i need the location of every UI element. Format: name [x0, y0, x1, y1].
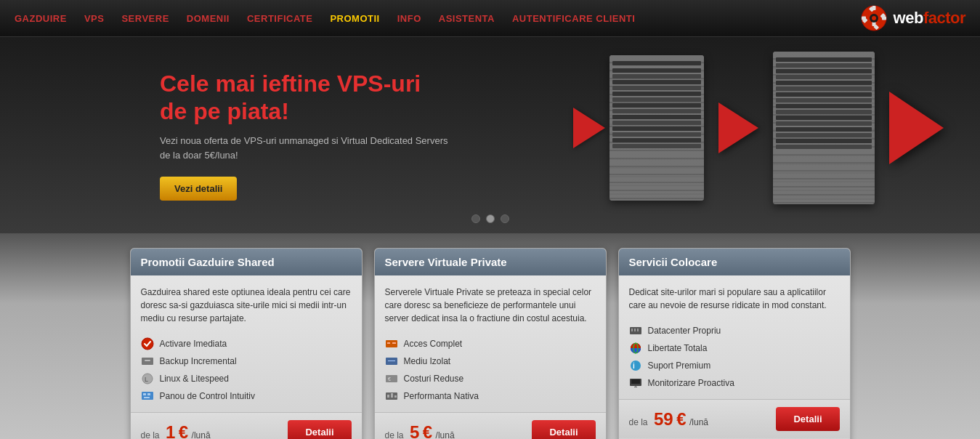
card-colocare-button[interactable]: Detalii: [776, 407, 839, 431]
card-vps-body: Serverele Virtuale Private se preteaza i…: [375, 275, 606, 335]
nav-autentificare[interactable]: AUTENTIFICARE CLIENTI: [512, 13, 635, 24]
hero-image: [610, 52, 944, 204]
currency: €: [676, 409, 686, 429]
suport-icon: i: [629, 359, 642, 372]
nav-info[interactable]: INFO: [397, 13, 421, 24]
currency: €: [179, 422, 188, 440]
svg-text:€: €: [388, 376, 391, 382]
arrow-center-icon: [718, 102, 758, 153]
dot-3[interactable]: [501, 214, 509, 223]
nav-domenii[interactable]: DOMENII: [187, 13, 230, 24]
nav-gazduire[interactable]: GAZDUIRE: [15, 13, 67, 24]
feature-label: Panou de Control Intuitiv: [160, 391, 255, 401]
list-item: Acces Complet: [385, 335, 596, 353]
price-amount: 1: [166, 422, 175, 440]
list-item: Datacenter Propriu: [629, 322, 840, 339]
feature-label: Mediu Izolat: [404, 356, 451, 366]
perf-icon: [385, 390, 398, 403]
arrow-right-icon: [889, 92, 944, 164]
hero-pagination: [471, 214, 509, 223]
svg-point-12: [142, 338, 153, 350]
price-amount: 59: [654, 409, 673, 429]
linux-icon: L: [141, 372, 154, 385]
svg-rect-31: [394, 395, 397, 398]
arrow-left-icon: [573, 108, 605, 148]
feature-label: Backup Incremental: [160, 356, 237, 366]
svg-rect-34: [634, 329, 636, 331]
activate-icon: [141, 337, 154, 350]
hero-cta-button[interactable]: Vezi detalii: [160, 177, 237, 201]
card-shared-header: Promotii Gazduire Shared: [131, 249, 362, 275]
svg-rect-14: [145, 360, 150, 361]
access-icon: [385, 337, 398, 350]
card-vps-button[interactable]: Detalii: [532, 420, 595, 439]
list-item: Backup Incremental: [141, 353, 352, 370]
nav-asistenta[interactable]: ASISTENTA: [439, 13, 495, 24]
svg-text:i: i: [633, 362, 635, 370]
cards-section: Promotii Gazduire Shared Gazduirea share…: [0, 233, 980, 439]
server-rack-right: [773, 52, 875, 204]
backup-icon: [141, 355, 154, 368]
card-colocare: Servicii Colocare Dedicat site-urilor ma…: [618, 248, 851, 439]
dot-1[interactable]: [471, 214, 480, 223]
feature-label: Acces Complet: [404, 339, 463, 349]
logo-icon: [860, 4, 888, 32]
svg-rect-30: [391, 393, 393, 398]
svg-rect-25: [388, 361, 395, 361]
nav-links: GAZDUIRE VPS SERVERE DOMENII CERTIFICATE…: [15, 13, 635, 24]
card-colocare-body: Dedicat site-urilor mari si populare sau…: [619, 275, 850, 322]
price-container: de la 59 € /lună: [629, 409, 708, 430]
costuri-icon: €: [385, 372, 398, 385]
panel-icon: [141, 390, 154, 403]
hero-section: Cele mai ieftine VPS-uri de pe piata! Ve…: [0, 37, 980, 233]
list-item: Monitorizare Proactiva: [629, 374, 840, 392]
monitor-icon: [629, 376, 642, 390]
logo: webfactor: [860, 4, 965, 32]
feature-label: Libertate Totala: [648, 343, 708, 353]
card-shared: Promotii Gazduire Shared Gazduirea share…: [130, 248, 363, 439]
price-de-la: de la: [629, 417, 648, 427]
hero-title: Cele mai ieftine VPS-uri de pe piata!: [160, 70, 450, 126]
card-shared-body: Gazduirea shared este optiunea ideala pe…: [131, 275, 362, 335]
card-vps-features: Acces Complet Mediu Izolat € Costuri Red…: [375, 335, 606, 412]
list-item: L Linux & Litespeed: [141, 370, 352, 387]
price-unit: /lună: [192, 430, 211, 440]
card-shared-features: Activare Imediata Backup Incremental L L…: [131, 335, 362, 412]
logo-text: webfactor: [894, 9, 965, 28]
list-item: Mediu Izolat: [385, 353, 596, 370]
svg-point-11: [872, 16, 876, 20]
dot-2[interactable]: [486, 214, 495, 223]
price-de-la: de la: [141, 430, 160, 440]
feature-label: Costuri Reduse: [404, 374, 464, 384]
svg-rect-41: [631, 379, 640, 384]
svg-rect-19: [147, 393, 150, 395]
list-item: Libertate Totala: [629, 339, 840, 357]
list-item: € Costuri Reduse: [385, 370, 596, 387]
list-item: Panou de Control Intuitiv: [141, 387, 352, 405]
price-amount: 5: [410, 422, 419, 440]
nav-servere[interactable]: SERVERE: [121, 13, 169, 24]
nav-certificate[interactable]: CERTIFICATE: [247, 13, 312, 24]
feature-label: Monitorizare Proactiva: [648, 378, 734, 388]
feature-label: Activare Imediata: [160, 339, 227, 349]
svg-text:L: L: [145, 376, 148, 383]
card-colocare-header: Servicii Colocare: [619, 249, 850, 275]
svg-rect-29: [387, 395, 389, 398]
server-rack-left: [610, 55, 704, 201]
nav-vps[interactable]: VPS: [84, 13, 105, 24]
list-item: Activare Imediata: [141, 335, 352, 353]
nav-promotii[interactable]: PROMOTII: [330, 13, 379, 24]
price-unit: /lună: [689, 417, 708, 427]
svg-rect-33: [631, 329, 633, 331]
card-shared-button[interactable]: Detalii: [288, 420, 351, 439]
price-de-la: de la: [385, 430, 404, 440]
card-shared-footer: de la 1 € /lună Detalii: [131, 412, 362, 439]
hero-content: Cele mai ieftine VPS-uri de pe piata! Ve…: [160, 70, 450, 201]
svg-rect-23: [392, 342, 396, 344]
svg-rect-20: [144, 397, 150, 398]
price-container: de la 5 € /lună: [385, 422, 455, 440]
list-item: i Suport Premium: [629, 357, 840, 374]
svg-rect-35: [637, 329, 639, 331]
svg-rect-22: [387, 342, 390, 344]
feature-label: Datacenter Propriu: [648, 326, 721, 336]
